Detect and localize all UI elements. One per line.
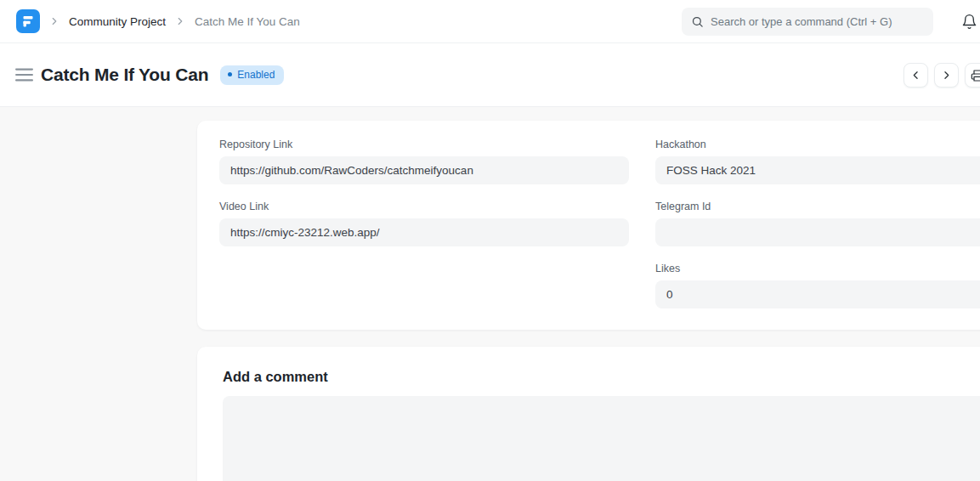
hamburger-menu-icon (15, 68, 33, 82)
video-link-input[interactable] (219, 218, 629, 246)
chevron-right-icon (940, 69, 953, 82)
form-body: Repository Link Video Link Hackathon Tel… (0, 107, 980, 481)
page-header: Catch Me If You Can Enabled (0, 43, 980, 107)
field-label: Repository Link (219, 139, 629, 150)
status-badge: Enabled (220, 65, 284, 85)
field-label: Video Link (219, 201, 629, 212)
frappe-logo-icon (16, 9, 40, 33)
search-input[interactable] (711, 15, 924, 28)
status-badge-label: Enabled (237, 69, 275, 81)
likes-input[interactable] (655, 280, 980, 308)
field-likes: Likes (655, 263, 980, 308)
search-icon (691, 15, 704, 28)
breadcrumb-item-current: Catch Me If You Can (195, 15, 300, 28)
field-video-link: Video Link (219, 201, 629, 246)
form-column-left: Repository Link Video Link (219, 139, 629, 325)
app-logo[interactable] (16, 9, 40, 33)
page-title: Catch Me If You Can (41, 65, 208, 85)
field-hackathon: Hackathon (655, 139, 980, 184)
repository-link-input[interactable] (219, 156, 629, 184)
breadcrumb-item-community-project[interactable]: Community Project (69, 15, 166, 28)
prev-document-button[interactable] (904, 63, 928, 88)
breadcrumb-chevron-icon (174, 15, 186, 27)
header-actions (904, 63, 980, 88)
print-button[interactable] (965, 63, 980, 88)
bell-icon (961, 14, 977, 30)
telegram-id-input[interactable] (655, 218, 980, 246)
comment-section-heading: Add a comment (223, 369, 980, 385)
notifications-button[interactable] (961, 14, 977, 30)
form-column-right: Hackathon Telegram Id Likes (655, 139, 980, 325)
navbar-right (682, 8, 977, 36)
breadcrumb: Community Project Catch Me If You Can (16, 9, 300, 33)
global-search[interactable] (682, 8, 933, 36)
printer-icon (971, 69, 980, 82)
top-navbar: Community Project Catch Me If You Can (0, 0, 980, 43)
hackathon-input[interactable] (655, 156, 980, 184)
comment-input[interactable] (223, 396, 980, 481)
status-dot-icon (228, 72, 232, 76)
next-document-button[interactable] (934, 63, 959, 88)
field-telegram-id: Telegram Id (655, 201, 980, 246)
sidebar-toggle-button[interactable] (15, 68, 33, 82)
field-repository-link: Repository Link (219, 139, 629, 184)
chevron-left-icon (909, 69, 922, 82)
field-label: Telegram Id (655, 201, 980, 212)
breadcrumb-chevron-icon (48, 15, 60, 27)
field-label: Likes (655, 263, 980, 274)
comment-card: Add a comment (197, 347, 980, 481)
field-label: Hackathon (655, 139, 980, 150)
form-details-card: Repository Link Video Link Hackathon Tel… (197, 121, 980, 330)
